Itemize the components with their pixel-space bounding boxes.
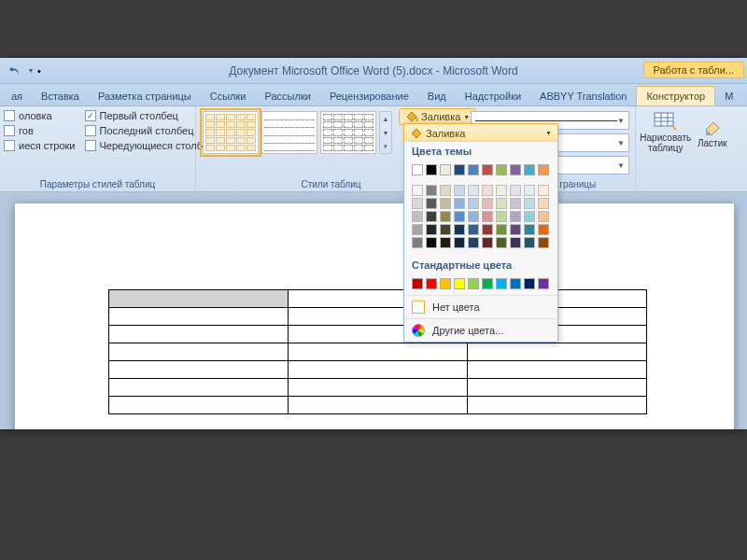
color-swatch[interactable] — [440, 224, 451, 235]
color-swatch[interactable] — [524, 164, 535, 175]
color-swatch[interactable] — [426, 211, 437, 222]
tab-abbyy[interactable]: ABBYY Translation — [530, 87, 636, 105]
draw-table-button[interactable]: Нарисовать таблицу — [640, 110, 692, 155]
table-cell[interactable] — [289, 361, 468, 379]
tab-references[interactable]: Ссылки — [201, 87, 256, 105]
table-cell[interactable] — [289, 397, 468, 414]
tab-insert[interactable]: Вставка — [32, 87, 89, 105]
document-table[interactable] — [108, 289, 647, 414]
opt-banded-rows[interactable]: иеся строки — [4, 138, 76, 153]
color-swatch[interactable] — [412, 198, 423, 209]
tab-page-layout[interactable]: Разметка страницы — [89, 87, 201, 105]
table-cell[interactable] — [109, 397, 289, 414]
color-swatch[interactable] — [440, 185, 451, 196]
color-swatch[interactable] — [454, 237, 465, 248]
color-swatch[interactable] — [454, 224, 465, 235]
color-swatch[interactable] — [538, 278, 549, 289]
color-swatch[interactable] — [412, 185, 423, 196]
color-swatch[interactable] — [524, 224, 535, 235]
color-swatch[interactable] — [468, 185, 479, 196]
table-cell[interactable] — [109, 343, 289, 361]
color-swatch[interactable] — [482, 278, 493, 289]
document-page[interactable] — [15, 203, 734, 429]
color-swatch[interactable] — [468, 211, 479, 222]
color-swatch[interactable] — [426, 198, 437, 209]
table-cell[interactable] — [109, 290, 289, 308]
tab-mailings[interactable]: Рассылки — [256, 87, 320, 105]
color-swatch[interactable] — [524, 211, 535, 222]
color-swatch[interactable] — [510, 278, 521, 289]
more-colors-item[interactable]: Другие цвета... — [404, 318, 557, 342]
color-swatch[interactable] — [524, 278, 535, 289]
color-swatch[interactable] — [538, 211, 549, 222]
color-swatch[interactable] — [482, 237, 493, 248]
color-swatch[interactable] — [454, 185, 465, 196]
tab-addins[interactable]: Надстройки — [456, 87, 530, 105]
tab-design-active[interactable]: Конструктор — [636, 86, 715, 105]
style-thumb-1[interactable] — [203, 111, 259, 154]
color-swatch[interactable] — [426, 237, 437, 248]
qat-dropdown-icon[interactable]: ▼ — [26, 62, 35, 80]
color-swatch[interactable] — [412, 211, 423, 222]
eraser-button[interactable]: Ластик — [694, 110, 731, 155]
table-cell[interactable] — [468, 343, 647, 361]
color-swatch[interactable] — [538, 224, 549, 235]
color-swatch[interactable] — [412, 278, 423, 289]
table-styles-gallery[interactable]: ▲▼▾ — [200, 108, 395, 157]
color-swatch[interactable] — [496, 164, 507, 175]
color-swatch[interactable] — [454, 278, 465, 289]
table-cell[interactable] — [289, 379, 468, 397]
color-swatch[interactable] — [510, 185, 521, 196]
color-swatch[interactable] — [510, 224, 521, 235]
color-swatch[interactable] — [510, 211, 521, 222]
tab-layout-partial[interactable]: М — [715, 87, 742, 105]
tab-review[interactable]: Рецензирование — [320, 87, 418, 105]
color-swatch[interactable] — [468, 237, 479, 248]
color-swatch[interactable] — [440, 237, 451, 248]
color-swatch[interactable] — [496, 237, 507, 248]
color-swatch[interactable] — [482, 211, 493, 222]
color-swatch[interactable] — [440, 198, 451, 209]
color-swatch[interactable] — [538, 237, 549, 248]
color-swatch[interactable] — [482, 185, 493, 196]
color-swatch[interactable] — [538, 164, 549, 175]
color-swatch[interactable] — [412, 224, 423, 235]
color-swatch[interactable] — [524, 198, 535, 209]
color-swatch[interactable] — [524, 237, 535, 248]
color-swatch[interactable] — [426, 164, 437, 175]
color-swatch[interactable] — [538, 198, 549, 209]
color-swatch[interactable] — [496, 278, 507, 289]
tab-home-partial[interactable]: ая — [2, 87, 32, 105]
color-swatch[interactable] — [454, 198, 465, 209]
table-cell[interactable] — [109, 361, 289, 379]
color-swatch[interactable] — [538, 185, 549, 196]
color-swatch[interactable] — [496, 198, 507, 209]
style-thumb-3[interactable] — [320, 111, 376, 154]
color-swatch[interactable] — [482, 198, 493, 209]
color-swatch[interactable] — [482, 224, 493, 235]
table-tools-context-tab[interactable]: Работа с табли... — [643, 62, 744, 78]
color-swatch[interactable] — [454, 211, 465, 222]
table-cell[interactable] — [468, 379, 647, 397]
document-viewport[interactable] — [0, 192, 747, 429]
color-swatch[interactable] — [482, 164, 493, 175]
color-swatch[interactable] — [412, 164, 423, 175]
color-swatch[interactable] — [468, 224, 479, 235]
no-color-item[interactable]: Нет цвета — [404, 295, 557, 318]
table-cell[interactable] — [289, 343, 468, 361]
opt-header-row[interactable]: оловка — [4, 108, 76, 123]
color-swatch[interactable] — [454, 164, 465, 175]
table-cell[interactable] — [468, 361, 647, 379]
color-swatch[interactable] — [468, 164, 479, 175]
undo-button[interactable] — [6, 62, 24, 80]
color-swatch[interactable] — [510, 164, 521, 175]
color-swatch[interactable] — [510, 198, 521, 209]
color-swatch[interactable] — [412, 237, 423, 248]
color-swatch[interactable] — [426, 224, 437, 235]
color-swatch[interactable] — [468, 278, 479, 289]
color-swatch[interactable] — [468, 198, 479, 209]
color-swatch[interactable] — [440, 278, 451, 289]
color-swatch[interactable] — [440, 211, 451, 222]
color-swatch[interactable] — [496, 224, 507, 235]
opt-total-row[interactable]: гов — [4, 123, 76, 138]
